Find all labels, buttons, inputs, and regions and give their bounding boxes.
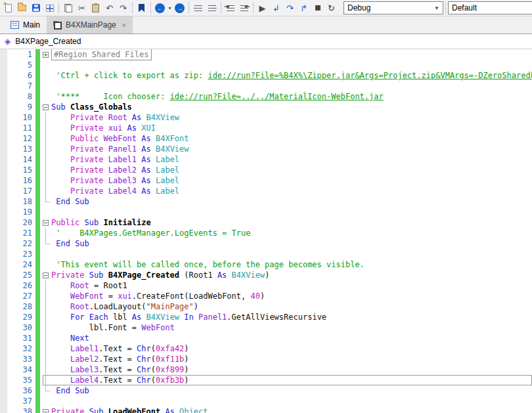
code-line[interactable]: lbl.Font = WebFont [43,322,532,333]
line-number: 35 [7,375,32,385]
previous-sub-icon[interactable] [191,1,205,15]
code-line[interactable]: Private Root As B4XView [43,112,532,123]
code-line[interactable]: Label1.Text = Chr(0xfa42) [43,343,532,354]
code-line[interactable]: Public WebFont As B4XFont [43,133,532,144]
navigate-forward-icon[interactable]: → [173,1,187,15]
code-line[interactable] [43,81,532,91]
code-line[interactable]: 'Ctrl + click to export as zip: ide://ru… [43,70,532,81]
code-line[interactable]: Private Label1 As Label [43,154,532,165]
code-line[interactable]: WebFont = xui.CreateFont(LoadWebFont, 40… [43,291,532,301]
code-line[interactable]: −Public Sub Initialize [43,217,532,228]
build-mode-combobox[interactable]: Debug ▼ [344,1,443,14]
code-line[interactable] [43,396,532,406]
code-line[interactable]: 'This event will be called once, before … [43,259,532,270]
open-project-icon[interactable] [15,1,29,15]
step-over-icon[interactable]: ↷ [283,1,297,15]
step-into-icon[interactable]: ↲ [269,1,283,15]
line-number: 11 [7,123,32,133]
code-line[interactable]: +#Region Shared Files [43,49,532,60]
breakpoint-margin[interactable] [0,49,7,413]
line-number: 17 [7,186,32,196]
line-number: 31 [7,333,32,343]
line-number: 34 [7,364,32,375]
code-line[interactable]: Root = Root1 [43,280,532,291]
code-line[interactable]: Private Label3 As Label [43,175,532,186]
line-number: 12 [7,133,32,144]
tab-main[interactable]: Main [4,16,47,33]
code-line[interactable]: −Sub Class_Globals [43,102,532,112]
fold-toggle-icon[interactable]: − [43,409,49,413]
code-line[interactable]: End Sub [43,385,532,396]
line-number: 16 [7,175,32,186]
code-line[interactable] [43,60,532,70]
fold-toggle-icon[interactable]: − [43,272,49,278]
undo-icon[interactable]: ↶ [102,1,116,15]
line-number-gutter: 1567891011121314151617181920212223242526… [7,49,35,413]
stop-icon[interactable] [311,1,324,15]
line-number: 32 [7,343,32,354]
line-number: 25 [7,270,32,280]
code-line[interactable]: Private Panel1 As B4XView [43,144,532,154]
line-number: 9 [7,102,32,112]
line-number: 13 [7,144,32,154]
tab-main-label: Main [23,20,40,30]
build-configuration-combobox[interactable]: Default [448,1,532,14]
sub-navigation-bar[interactable]: ◈ B4XPage_Created [0,33,532,49]
export-zip-icon[interactable] [43,1,56,15]
line-number: 37 [7,396,32,406]
chevron-down-icon[interactable]: ▼ [432,3,442,13]
close-tab-icon[interactable]: × [122,20,127,30]
code-line[interactable]: For Each lbl As B4XView In Panel1.GetAll… [43,312,532,322]
tab-b4xmainpage[interactable]: B4XMainPage × [47,16,133,33]
line-number: 15 [7,165,32,175]
code-line[interactable]: Next [43,333,532,343]
line-number: 22 [7,238,32,249]
line-number: 8 [7,91,32,102]
code-line[interactable]: −Private Sub B4XPage_Created (Root1 As B… [43,270,532,280]
back-history-dropdown-icon[interactable]: ▾ [167,5,173,11]
code-line[interactable]: Private xui As XUI [43,123,532,133]
save-icon[interactable] [29,1,43,15]
code-line[interactable]: −Private Sub LoadWebFont As Object [43,406,532,413]
code-line[interactable]: ' B4XPages.GetManager.LogEvents = True [43,228,532,238]
code-pane[interactable]: +#Region Shared Files 'Ctrl + click to e… [43,49,532,413]
fold-toggle-icon[interactable]: + [43,52,49,58]
new-file-icon[interactable] [1,1,15,15]
cut-icon[interactable]: ✂ [75,1,89,15]
step-out-icon[interactable]: ↱ [297,1,311,15]
code-line[interactable]: '**** Icon chooser: ide://run?File=../..… [43,91,532,102]
code-line[interactable]: Label2.Text = Chr(0xf11b) [43,354,532,364]
editor-tab-bar: Main B4XMainPage × [0,16,532,33]
copy-icon[interactable] [61,1,75,15]
line-number: 18 [7,196,32,207]
line-number: 36 [7,385,32,396]
line-number: 23 [7,249,32,259]
navigate-back-icon[interactable]: ← [153,1,167,15]
code-line[interactable]: End Sub [43,238,532,249]
line-number: 30 [7,322,32,333]
next-sub-icon[interactable] [205,1,219,15]
line-number: 19 [7,207,32,217]
main-toolbar: ⁞⁞ ✂↶↷←▾→▶↲↷↱↻ Debug ▼ Default [0,0,532,16]
bookmark-icon[interactable] [135,1,148,15]
paste-icon[interactable] [89,1,102,15]
line-number: 7 [7,81,32,91]
redo-icon[interactable]: ↷ [116,1,130,15]
line-number: 20 [7,217,32,228]
run-icon[interactable]: ▶ [255,1,269,15]
code-line[interactable]: Private Label4 As Label [43,186,532,196]
outdent-icon[interactable] [237,1,251,15]
line-number: 29 [7,312,32,322]
code-line[interactable]: End Sub [43,196,532,207]
indent-icon[interactable] [223,1,237,15]
code-line[interactable]: Root.LoadLayout("MainPage") [43,301,532,312]
code-line[interactable] [43,207,532,217]
code-line[interactable] [43,249,532,259]
code-editor[interactable]: 1567891011121314151617181920212223242526… [0,49,532,413]
code-line[interactable]: Label3.Text = Chr(0xf899) [43,364,532,375]
code-line-current[interactable]: Label4.Text = Chr(0xfb3b) [43,375,532,385]
fold-toggle-icon[interactable]: − [43,104,49,110]
code-line[interactable]: Private Label2 As Label [43,165,532,175]
fold-toggle-icon[interactable]: − [43,220,49,226]
restart-icon[interactable]: ↻ [324,1,338,15]
